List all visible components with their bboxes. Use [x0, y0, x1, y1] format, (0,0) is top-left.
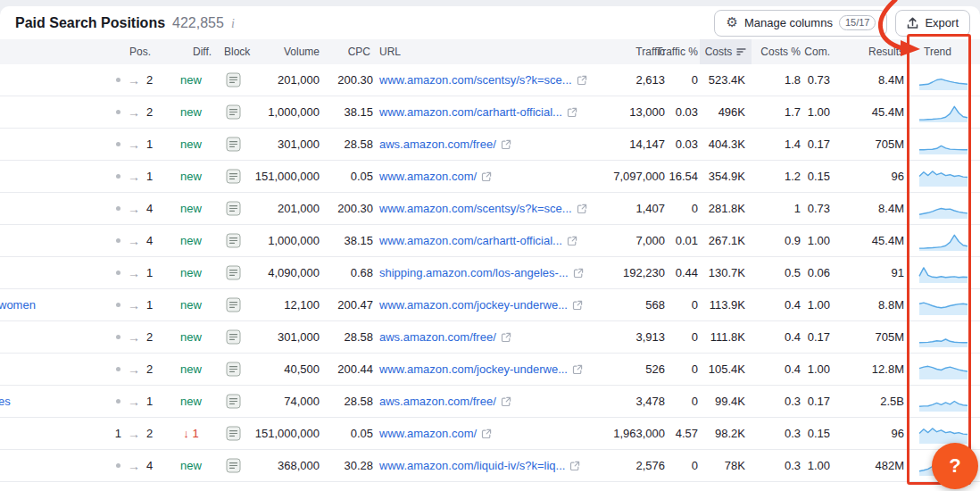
ad-block-icon[interactable]	[226, 426, 241, 441]
volume-value: 151,000,000	[250, 170, 323, 183]
table-row[interactable]: →4new368,00030.28www.amazon.com/liquid-i…	[0, 450, 980, 482]
url-link[interactable]: www.amazon.com/	[379, 427, 477, 440]
table-row[interactable]: →4new1,000,00038.15www.amazon.com/carhar…	[0, 225, 980, 257]
traffic-pct-value: 0	[668, 395, 700, 408]
ad-block-icon[interactable]	[226, 265, 241, 280]
ad-block-icon[interactable]	[226, 329, 241, 345]
trend-cell	[906, 133, 980, 156]
info-icon[interactable]: i	[231, 17, 235, 31]
previous-position	[114, 303, 121, 307]
url-cell: shipping.amazon.com/los-angeles-...	[375, 266, 612, 279]
table-row[interactable]: →1new4,090,0000.68shipping.amazon.com/lo…	[0, 257, 980, 289]
column-header-volume[interactable]: Volume	[284, 39, 320, 64]
help-button-label: ?	[949, 454, 960, 478]
costs-value: 281.8K	[700, 202, 748, 215]
table-row[interactable]: women→1new12,100200.47www.amazon.com/joc…	[0, 289, 980, 321]
ad-block-icon[interactable]	[226, 169, 241, 184]
ad-block-icon[interactable]	[226, 104, 241, 120]
export-label: Export	[925, 16, 959, 29]
url-link[interactable]: www.amazon.com/liquid-iv/s?k=liq...	[379, 459, 565, 472]
url-link[interactable]: www.amazon.com/carhartt-official...	[379, 234, 562, 247]
url-link[interactable]: aws.amazon.com/free/	[379, 137, 496, 151]
column-header-results[interactable]: Results	[868, 39, 904, 64]
table-row[interactable]: →2new1,000,00038.15www.amazon.com/carhar…	[0, 96, 980, 129]
column-header-cpc[interactable]: CPC	[348, 39, 370, 64]
table-row[interactable]: →2new40,500200.44www.amazon.com/jockey-u…	[0, 354, 980, 386]
url-link[interactable]: www.amazon.com/	[379, 170, 477, 183]
ad-block-icon[interactable]	[226, 297, 241, 312]
diff-cell: ↓ 1	[166, 427, 216, 440]
previous-position	[114, 206, 121, 211]
ad-block-icon[interactable]	[226, 233, 241, 248]
ad-block-icon[interactable]	[226, 72, 241, 87]
url-link[interactable]: www.amazon.com/scentsy/s?k=sce...	[379, 202, 572, 215]
volume-value: 74,000	[250, 395, 323, 408]
total-count: 422,855	[172, 15, 224, 31]
cpc-value: 200.44	[323, 362, 375, 376]
table-row[interactable]: →1new301,00028.58aws.amazon.com/free/14,…	[0, 129, 980, 161]
current-position: 1	[146, 137, 157, 151]
url-cell: aws.amazon.com/free/	[375, 330, 612, 344]
results-value: 482M	[833, 459, 906, 472]
ad-block-icon[interactable]	[226, 137, 241, 152]
block-cell	[216, 329, 250, 345]
position-dot-icon	[116, 335, 120, 339]
block-cell	[216, 426, 250, 441]
table-row[interactable]: es→1new74,00028.58aws.amazon.com/free/3,…	[0, 386, 980, 418]
costs-pct-value: 0.9	[748, 234, 802, 247]
url-link[interactable]: www.amazon.com/jockey-underwe...	[379, 298, 568, 312]
title-bar: Paid Search Positions 422,855 i ⚙ Manage…	[0, 6, 980, 39]
ad-block-icon[interactable]	[226, 394, 241, 409]
url-link[interactable]: www.amazon.com/carhartt-official...	[379, 105, 562, 119]
diff-cell: new	[166, 202, 216, 215]
url-link[interactable]: www.amazon.com/scentsy/s?k=sce...	[379, 73, 572, 87]
table-row[interactable]: →4new201,000200.30www.amazon.com/scentsy…	[0, 193, 980, 225]
position-dot-icon	[116, 303, 120, 307]
column-header-costs-sorted[interactable]: Costs	[700, 39, 752, 64]
position-cell: →2	[98, 105, 166, 120]
new-badge: new	[180, 202, 202, 215]
ad-block-icon[interactable]	[226, 201, 241, 216]
url-link[interactable]: aws.amazon.com/free/	[379, 395, 496, 408]
previous-position	[114, 270, 121, 275]
ad-block-icon[interactable]	[226, 362, 241, 377]
cpc-value: 200.30	[323, 73, 375, 87]
ad-block-icon[interactable]	[226, 458, 241, 473]
column-header-traffic-pct[interactable]: Traffic %	[656, 39, 698, 64]
url-link[interactable]: shipping.amazon.com/los-angeles-...	[379, 266, 569, 279]
table-row[interactable]: →2new301,00028.58aws.amazon.com/free/3,9…	[0, 321, 980, 354]
block-cell	[216, 201, 250, 216]
external-link-icon	[572, 300, 583, 311]
table-row[interactable]: 1→2↓ 1151,000,0000.05www.amazon.com/1,96…	[0, 418, 980, 450]
external-link-icon	[501, 139, 511, 150]
export-button[interactable]: Export	[895, 10, 970, 37]
new-badge: new	[180, 137, 202, 151]
keyword-link[interactable]: women	[0, 298, 36, 312]
url-link[interactable]: aws.amazon.com/free/	[379, 330, 496, 344]
previous-position	[114, 463, 121, 468]
column-header-pos[interactable]: Pos.	[129, 39, 151, 64]
traffic-pct-value: 0	[668, 459, 700, 472]
position-cell: →1	[98, 298, 166, 312]
url-cell: www.amazon.com/jockey-underwe...	[375, 298, 612, 312]
column-header-costs-pct[interactable]: Costs %	[760, 39, 801, 64]
table-row[interactable]: →1new151,000,0000.05www.amazon.com/7,097…	[0, 161, 980, 193]
help-button[interactable]: ?	[932, 443, 978, 489]
volume-value: 1,000,000	[250, 105, 323, 119]
position-cell: →2	[98, 73, 166, 87]
column-header-url[interactable]: URL	[379, 39, 401, 64]
column-header-block[interactable]: Block	[224, 39, 250, 64]
column-header-com[interactable]: Com.	[804, 39, 830, 64]
traffic-pct-value: 0	[668, 73, 700, 87]
keyword-link[interactable]: es	[0, 395, 11, 408]
position-dot-icon	[116, 206, 120, 211]
position-arrow-icon: →	[128, 459, 140, 473]
column-header-trend[interactable]: Trend	[924, 39, 951, 64]
column-header-diff[interactable]: Diff.	[193, 39, 212, 64]
keyword-cell: es	[0, 395, 98, 408]
manage-columns-button[interactable]: ⚙ Manage columns 15/17	[714, 10, 887, 37]
table-row[interactable]: →2new201,000200.30www.amazon.com/scentsy…	[0, 64, 980, 96]
position-arrow-icon: →	[128, 137, 140, 152]
url-cell: www.amazon.com/liquid-iv/s?k=liq...	[375, 459, 612, 472]
url-link[interactable]: www.amazon.com/jockey-underwe...	[379, 362, 568, 376]
